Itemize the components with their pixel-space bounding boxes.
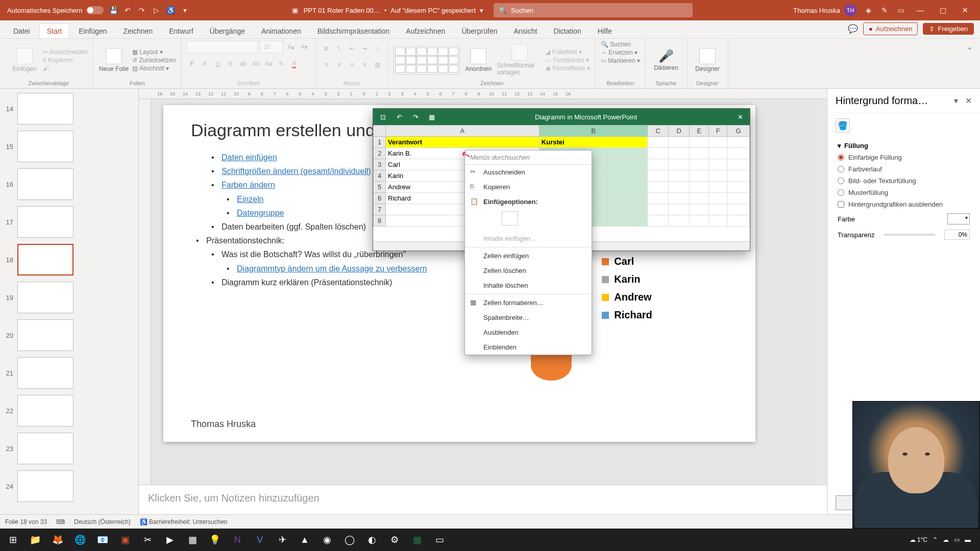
strike-button[interactable]: S [225,58,236,69]
undo-icon[interactable]: ↶ [123,6,132,15]
cell[interactable] [727,182,750,193]
app-icon-2[interactable]: 💡 [205,531,225,549]
reset-button[interactable]: ↺ Zurücksetzen [132,57,176,64]
pane-dropdown-icon[interactable]: ▾ [954,96,958,105]
row-header[interactable]: 3 [374,159,386,170]
row-header[interactable]: 6 [374,193,386,204]
app-icon-1[interactable]: ▦ [183,531,202,549]
designer-button[interactable]: Designer [692,48,723,72]
gradient-fill-option[interactable]: Farbverlauf [838,165,970,173]
thumbnail-22[interactable]: 22 [3,395,135,427]
thumb-preview[interactable] [17,395,74,427]
bullets-button[interactable]: ≣ [321,43,332,54]
app-icon-6[interactable]: ◯ [340,531,359,549]
quickstyles-button[interactable]: Schnellformat vorlagen [497,44,543,76]
row-header[interactable]: 8 [374,215,386,227]
onenote-icon[interactable]: N [228,531,247,549]
color-picker[interactable] [947,213,970,224]
col-header-G[interactable]: G [727,126,750,137]
pane-close-icon[interactable]: ✕ [965,96,972,105]
vertical-scrollbar[interactable] [819,99,827,485]
highlight-button[interactable]: ✎ [276,58,287,69]
collapse-ribbon-button[interactable]: ⌄ [966,42,973,52]
cell[interactable] [648,170,669,182]
cell[interactable] [648,182,669,193]
explorer-icon[interactable]: 📁 [26,531,45,549]
hide-bg-option[interactable]: Hintergrundgrafiken ausblenden [838,201,970,208]
cell[interactable] [669,193,690,204]
tab-zeichnen[interactable]: Zeichnen [116,24,160,38]
comments-icon[interactable]: 💬 [848,24,858,34]
col-header-D[interactable]: D [669,126,690,137]
cell[interactable] [727,215,750,227]
slideshow-icon[interactable]: ▷ [152,6,161,15]
cell[interactable] [648,215,669,227]
tray-chevron-icon[interactable]: ⌃ [933,536,938,543]
indent-more-button[interactable]: ⇥ [359,43,370,54]
tab-uebergaenge[interactable]: Übergänge [203,24,252,38]
cell[interactable] [709,193,727,204]
fill-section-header[interactable]: ▾Füllung [838,142,970,149]
excel-grid-icon[interactable]: ▦ [426,111,437,122]
accessibility-icon[interactable]: ♿ [166,6,175,15]
cell[interactable] [709,159,727,170]
tab-animationen[interactable]: Animationen [254,24,308,38]
align-center-button[interactable]: ≡ [333,59,345,70]
cell[interactable] [669,148,690,159]
cell[interactable] [669,215,690,227]
thumbnail-16[interactable]: 16 [3,168,135,200]
copy-button[interactable]: ⎘ Kopieren [43,57,88,64]
powerpoint-icon[interactable]: ▣ [115,531,135,549]
cell[interactable] [690,137,709,148]
col-header-E[interactable]: E [690,126,709,137]
cell[interactable] [690,170,709,182]
paste-option-button[interactable] [502,211,518,226]
cell[interactable] [709,204,727,215]
cell[interactable] [669,137,690,148]
cell[interactable] [669,182,690,193]
excel-save-icon[interactable]: ⊡ [377,111,388,122]
transparency-slider[interactable] [884,234,935,236]
redo-icon[interactable]: ↷ [137,6,146,15]
justify-button[interactable]: ≡ [359,59,370,70]
line-spacing-button[interactable]: ↕ [372,43,383,54]
tray-icon-1[interactable]: ☁ [943,536,949,543]
snip-icon[interactable]: ✂ [138,531,157,549]
cut-menuitem[interactable]: ✂Ausschneiden [465,165,592,180]
cut-button[interactable]: ✂ Ausschneiden [43,48,88,56]
chrome-icon[interactable]: 🌐 [70,531,90,549]
shrink-font-button[interactable]: A▾ [299,41,310,53]
row-header[interactable]: 5 [374,182,386,193]
picture-fill-option[interactable]: Bild- oder Texturfüllung [838,177,970,185]
slide-link[interactable]: Schriftgrößen ändern (gesamt/individuell… [222,167,371,176]
save-icon[interactable]: 💾 [109,6,118,15]
cell[interactable] [709,137,727,148]
thumb-preview[interactable] [17,433,74,464]
tray-icon-2[interactable]: ▭ [954,536,960,543]
delete-cells-menuitem[interactable]: Zellen löschen [465,263,592,278]
tab-dictation[interactable]: Dictation [546,24,588,38]
thumbnail-15[interactable]: 15 [3,131,135,162]
cell[interactable] [648,148,669,159]
thumbnail-23[interactable]: 23 [3,433,135,464]
fill-tab-icon[interactable]: 🪣 [836,118,850,133]
firefox-icon[interactable]: 🦊 [48,531,67,549]
thumbnail-21[interactable]: 21 [3,357,135,389]
thumbnail-18[interactable]: 18 [3,244,135,276]
telegram-icon[interactable]: ✈ [273,531,292,549]
insert-cells-menuitem[interactable]: Zellen einfügen [465,248,592,263]
thumb-preview[interactable] [17,168,74,200]
row-header[interactable]: 4 [374,170,386,182]
columns-button[interactable]: ▥ [372,59,383,70]
cell[interactable] [669,170,690,182]
spelling-icon[interactable]: ⌨ [56,518,65,525]
autosave-toggle[interactable] [86,6,104,14]
excel-redo-icon[interactable]: ↷ [410,111,421,122]
excel-close-button[interactable]: ✕ [734,111,746,122]
close-button[interactable]: ✕ [958,4,973,16]
language-label[interactable]: Deutsch (Österreich) [74,518,131,525]
format-cells-menuitem[interactable]: ▦Zellen formatieren… [465,295,592,310]
clear-contents-menuitem[interactable]: Inhalte löschen [465,278,592,293]
record-button[interactable]: ●Aufzeichnen [863,22,918,35]
cell[interactable] [669,204,690,215]
